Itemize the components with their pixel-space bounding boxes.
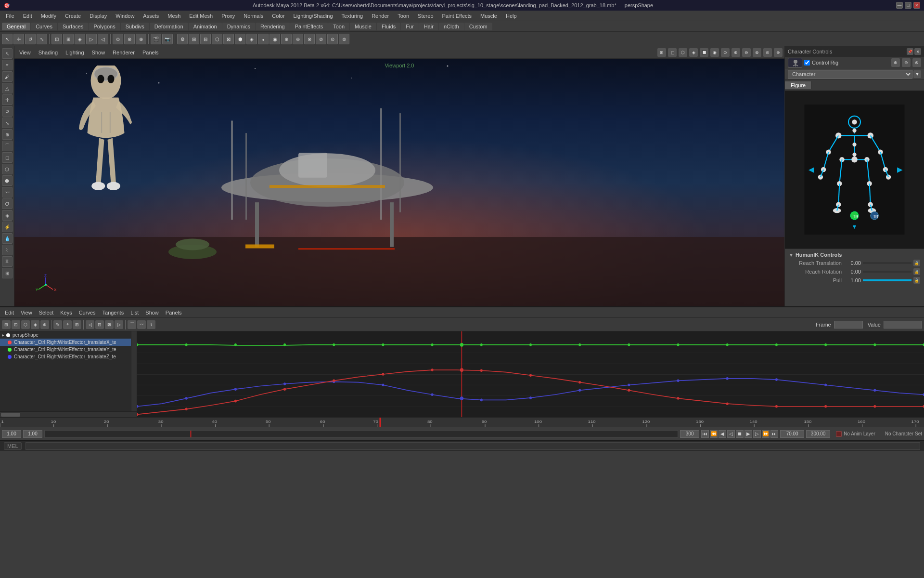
rig-icon3[interactable]: ⊗ (912, 58, 921, 67)
curve-curves-menu[interactable]: Curves (76, 309, 99, 316)
reach-translation-slider[interactable] (863, 262, 911, 264)
rotate-tool-icon[interactable]: ↺ (25, 34, 36, 44)
value-input[interactable] (884, 321, 922, 328)
curve-tb8[interactable]: ⊞ (73, 320, 81, 329)
menu-muscle[interactable]: Muscle (476, 12, 501, 20)
render2-icon[interactable]: 📷 (162, 34, 173, 44)
curve-select-menu[interactable]: Select (36, 309, 57, 316)
menu-edit-mesh[interactable]: Edit Mesh (185, 12, 217, 20)
curve-tool-icon[interactable]: ⌒ (2, 141, 13, 151)
character-dropdown[interactable]: Character (788, 70, 912, 79)
menu-window[interactable]: Window (112, 12, 138, 20)
misc6-icon[interactable]: ⬢ (235, 34, 245, 44)
misc5-icon[interactable]: ⊠ (223, 34, 234, 44)
curve-item-ry[interactable]: Character_Ctrl:RightWristEffector_transl… (0, 346, 137, 353)
curve-tb10[interactable]: ⊟ (95, 320, 104, 329)
curve-view-menu[interactable]: View (18, 309, 35, 316)
tool3-icon[interactable]: ◈ (75, 34, 85, 44)
misc-lt-icon[interactable]: ⊞ (2, 268, 13, 278)
select-icon[interactable]: ↖ (2, 48, 13, 59)
snap1-icon[interactable]: ⊙ (113, 34, 123, 44)
viewport[interactable]: Viewport 2.0 X Y Z (14, 59, 784, 306)
anim-time-value[interactable] (23, 430, 42, 438)
menu-lighting-shading[interactable]: Lighting/Shading (290, 12, 337, 20)
menu-create[interactable]: Create (61, 12, 85, 20)
prev-key-button[interactable]: ◀ (719, 430, 726, 438)
tool2-icon[interactable]: ⊞ (63, 34, 74, 44)
close-button[interactable]: ✕ (913, 2, 920, 9)
render1-icon[interactable]: 🎬 (151, 34, 161, 44)
tab-dynamics[interactable]: Dynamics (222, 23, 255, 30)
mel-input[interactable] (26, 442, 920, 450)
curve-tb3[interactable]: ⬡ (21, 320, 30, 329)
rig-icon1[interactable]: ⊕ (891, 58, 900, 67)
tab-fluids[interactable]: Fluids (377, 23, 400, 30)
play-forward-button[interactable]: ▶ (744, 430, 752, 438)
viewport-icon5[interactable]: 🔲 (700, 48, 708, 57)
menu-toon[interactable]: Toon (394, 12, 413, 20)
viewport-icon2[interactable]: ◻ (668, 48, 677, 57)
menu-display[interactable]: Display (86, 12, 111, 20)
menu-help[interactable]: Help (502, 12, 521, 20)
rotate-icon[interactable]: ↺ (2, 106, 13, 117)
pull-lock[interactable]: 🔒 (913, 277, 920, 284)
misc7-icon[interactable]: ◈ (246, 34, 257, 44)
surface-icon[interactable]: ◻ (2, 152, 13, 163)
curve-item-rx[interactable]: Character_Ctrl:RightWristEffector_transl… (0, 339, 137, 346)
poly-icon[interactable]: ⬡ (2, 164, 13, 174)
prev-frame-button[interactable]: ⏪ (710, 430, 718, 438)
renderer-menu-item[interactable]: Renderer (110, 49, 138, 56)
curve-tangents-menu[interactable]: Tangents (100, 309, 127, 316)
viewport-icon9[interactable]: ⊖ (742, 48, 751, 57)
tool5-icon[interactable]: ◁ (98, 34, 108, 44)
curve-tb5[interactable]: ⊕ (40, 320, 49, 329)
tab-ncloth[interactable]: nCloth (439, 23, 464, 30)
cloth-icon[interactable]: ⧖ (2, 256, 13, 267)
menu-file[interactable]: File (2, 12, 18, 20)
outliner-scroll-h[interactable] (0, 411, 137, 417)
scale-icon[interactable]: ⤡ (2, 118, 13, 128)
reach-rotation-lock[interactable]: 🔒 (913, 268, 920, 275)
curve-item-rz[interactable]: Character_Ctrl:RightWristEffector_transl… (0, 353, 137, 360)
curve-tb4[interactable]: ◈ (31, 320, 39, 329)
control-rig-checkbox[interactable] (804, 60, 810, 66)
rig-icon2[interactable]: ⊖ (902, 58, 911, 67)
panel-close-icon[interactable]: ✕ (914, 48, 921, 55)
tab-general[interactable]: General (2, 23, 30, 30)
go-end-button[interactable]: ⏭ (770, 430, 778, 438)
char-figure-display[interactable]: ◀ ▶ (785, 91, 924, 249)
curve-tb14[interactable]: 〰 (137, 320, 146, 329)
next-key-button[interactable]: ▷ (753, 430, 761, 438)
curve-tb15[interactable]: ⌇ (147, 320, 155, 329)
viewport-icon3[interactable]: ⬡ (679, 48, 687, 57)
go-start-button[interactable]: ⏮ (701, 430, 709, 438)
reach-rotation-slider[interactable] (863, 271, 911, 273)
tab-surfaces[interactable]: Surfaces (58, 23, 88, 30)
menu-texturing[interactable]: Texturing (338, 12, 367, 20)
viewport-icon10[interactable]: ⊗ (753, 48, 761, 57)
menu-normals[interactable]: Normals (240, 12, 267, 20)
char-expand-icon[interactable]: ▼ (913, 70, 921, 78)
curve-tb6[interactable]: ✎ (53, 320, 62, 329)
misc9-icon[interactable]: ◉ (270, 34, 280, 44)
curve-item-persp[interactable]: ▸ perspShape (0, 331, 137, 339)
snap3-icon[interactable]: ⊕ (136, 34, 146, 44)
viewport-icon7[interactable]: ⊙ (721, 48, 730, 57)
curve-tb13[interactable]: ⌒ (128, 320, 136, 329)
viewport-icon6[interactable]: ◉ (710, 48, 719, 57)
playback-end-field[interactable] (806, 430, 830, 438)
misc14-icon[interactable]: ⊙ (327, 34, 338, 44)
anim-time-start[interactable] (2, 430, 21, 438)
menu-modify[interactable]: Modify (37, 12, 60, 20)
misc3-icon[interactable]: ⊟ (200, 34, 211, 44)
deform-icon[interactable]: 〰 (2, 187, 13, 197)
viewport-icon11[interactable]: ⊘ (763, 48, 772, 57)
sculpt-icon[interactable]: △ (2, 83, 13, 93)
panel-pin-icon[interactable]: 📌 (907, 48, 913, 55)
viewport-icon4[interactable]: ◈ (689, 48, 698, 57)
menu-paint-effects[interactable]: Paint Effects (438, 12, 476, 20)
select-tool-icon[interactable]: ↖ (2, 34, 13, 44)
view-menu-item[interactable]: View (16, 49, 34, 56)
figure-tab[interactable]: Figure (785, 81, 812, 89)
misc12-icon[interactable]: ⊗ (304, 34, 315, 44)
